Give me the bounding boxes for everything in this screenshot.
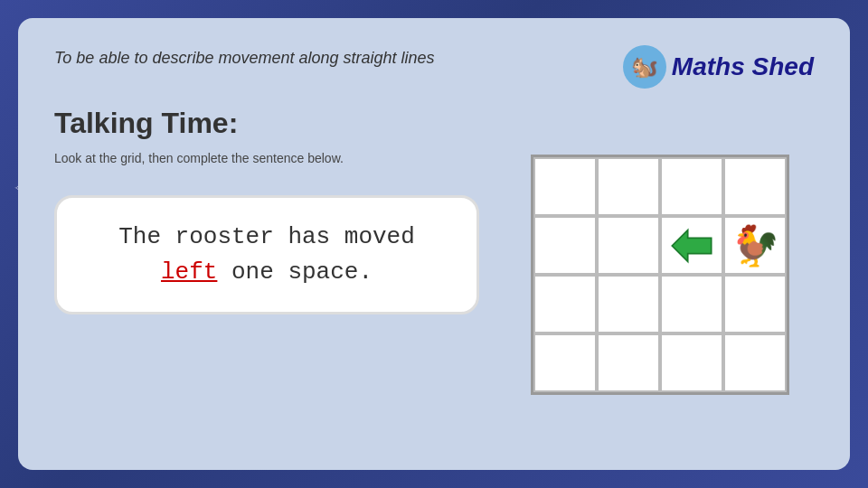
grid-cell [533, 157, 597, 216]
svg-marker-0 [672, 230, 711, 261]
sentence-part1: The rooster has moved [118, 223, 415, 250]
grid-cell [723, 333, 787, 392]
grid-cell [533, 275, 597, 333]
sentence-text: The rooster has moved left one space. [84, 220, 449, 290]
sentence-part3: one space. [217, 258, 373, 286]
left-panel: Talking Time: Look at the grid, then com… [54, 107, 479, 443]
left-arrow-icon [668, 226, 715, 266]
header-area: To be able to describe movement along st… [54, 45, 814, 89]
grid-cell [660, 333, 723, 392]
grid-cell [533, 216, 597, 275]
grid: 🐓 [531, 155, 789, 395]
grid-cell [533, 333, 597, 392]
grid-cell [597, 275, 660, 333]
logo-text: Maths Shed [672, 52, 814, 81]
grid-cell-arrow [660, 216, 723, 275]
content-area: Talking Time: Look at the grid, then com… [54, 107, 814, 443]
logo-icon: 🐿️ [623, 45, 666, 89]
talking-time-title: Talking Time: [54, 107, 479, 140]
right-panel: 🐓 [506, 107, 814, 443]
grid-cell [660, 275, 723, 333]
sentence-box: The rooster has moved left one space. [54, 195, 479, 314]
sentence-highlight: left [161, 258, 217, 286]
grid-cell [597, 157, 660, 216]
grid-cell [723, 275, 787, 333]
main-card: To be able to describe movement along st… [18, 18, 850, 470]
logo-area: 🐿️ Maths Shed [623, 45, 814, 89]
grid-cell-rooster: 🐓 [723, 216, 787, 275]
page-subtitle: To be able to describe movement along st… [54, 49, 435, 68]
grid-cell [660, 157, 723, 216]
rooster-icon: 🐓 [731, 226, 780, 266]
logo-animal-icon: 🐿️ [631, 54, 658, 80]
grid-cell [597, 216, 660, 275]
instruction-text: Look at the grid, then complete the sent… [54, 149, 479, 168]
grid-container: 🐓 [531, 155, 789, 395]
grid-cell [597, 333, 660, 392]
grid-cell [723, 157, 787, 216]
